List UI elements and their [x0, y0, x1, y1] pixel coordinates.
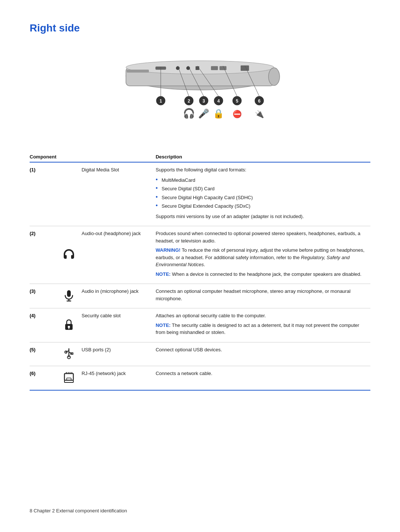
- svg-point-39: [68, 326, 70, 328]
- row-number: (2): [30, 226, 59, 284]
- laptop-diagram: 1 2 3 4 5 6 🎧 🎤 🔒 ⛔ 🔌: [30, 44, 370, 141]
- table-row: (3)Audio in (microphone) jackConnects an…: [30, 284, 370, 308]
- row-description: Produces sound when connected to optiona…: [156, 226, 370, 284]
- svg-rect-4: [127, 70, 149, 73]
- row-number: (6): [30, 366, 59, 390]
- row-name: RJ-45 (network) jack: [81, 366, 156, 390]
- svg-text:🔌: 🔌: [255, 110, 264, 118]
- row-icon: [59, 366, 81, 390]
- svg-rect-10: [220, 66, 226, 70]
- page-title: Right side: [30, 22, 370, 34]
- svg-text:🎤: 🎤: [198, 108, 209, 119]
- col-description: Description: [156, 152, 370, 162]
- row-number: (1): [30, 162, 59, 226]
- row-name: Audio in (microphone) jack: [81, 284, 156, 308]
- svg-text:⛔: ⛔: [233, 110, 242, 118]
- svg-rect-47: [64, 374, 73, 380]
- row-name: USB ports (2): [81, 342, 156, 366]
- svg-point-3: [269, 68, 280, 86]
- row-number: (4): [30, 308, 59, 342]
- svg-rect-11: [241, 66, 249, 71]
- svg-rect-35: [67, 290, 71, 297]
- svg-text:🎧: 🎧: [183, 107, 195, 119]
- table-row: (5)USB ports (2)Connect optional USB dev…: [30, 342, 370, 366]
- row-description: Supports the following digital card form…: [156, 162, 370, 226]
- row-icon: [59, 284, 81, 308]
- row-description: Attaches an optional security cable to t…: [156, 308, 370, 342]
- row-description: Connect optional USB devices.: [156, 342, 370, 366]
- row-name: Security cable slot: [81, 308, 156, 342]
- footer-text: 8 Chapter 2 External component identific…: [30, 508, 127, 513]
- row-description: Connects a network cable.: [156, 366, 370, 390]
- row-icon: [59, 308, 81, 342]
- svg-text:3: 3: [203, 98, 205, 104]
- row-name: Digital Media Slot: [81, 162, 156, 226]
- svg-text:4: 4: [217, 98, 220, 104]
- svg-text:5: 5: [236, 98, 239, 104]
- col-component: Component: [30, 152, 59, 162]
- row-icon: [59, 162, 81, 226]
- row-icon: [59, 226, 81, 284]
- table-row: (6)RJ-45 (network) jackConnects a networ…: [30, 366, 370, 390]
- svg-text:🔒: 🔒: [213, 108, 224, 119]
- row-name: Audio-out (headphone) jack: [81, 226, 156, 284]
- svg-text:2: 2: [188, 98, 190, 104]
- table-row: (1)Digital Media SlotSupports the follow…: [30, 162, 370, 226]
- table-row: (4)Security cable slotAttaches an option…: [30, 308, 370, 342]
- table-row: (2)Audio-out (headphone) jackProduces so…: [30, 226, 370, 284]
- row-description: Connects an optional computer headset mi…: [156, 284, 370, 308]
- svg-rect-9: [211, 66, 218, 70]
- svg-rect-8: [196, 66, 199, 70]
- svg-text:6: 6: [258, 98, 261, 104]
- row-number: (3): [30, 284, 59, 308]
- component-table: Component Description (1)Digital Media S…: [30, 152, 370, 391]
- row-number: (5): [30, 342, 59, 366]
- row-icon: [59, 342, 81, 366]
- svg-text:1: 1: [160, 98, 162, 104]
